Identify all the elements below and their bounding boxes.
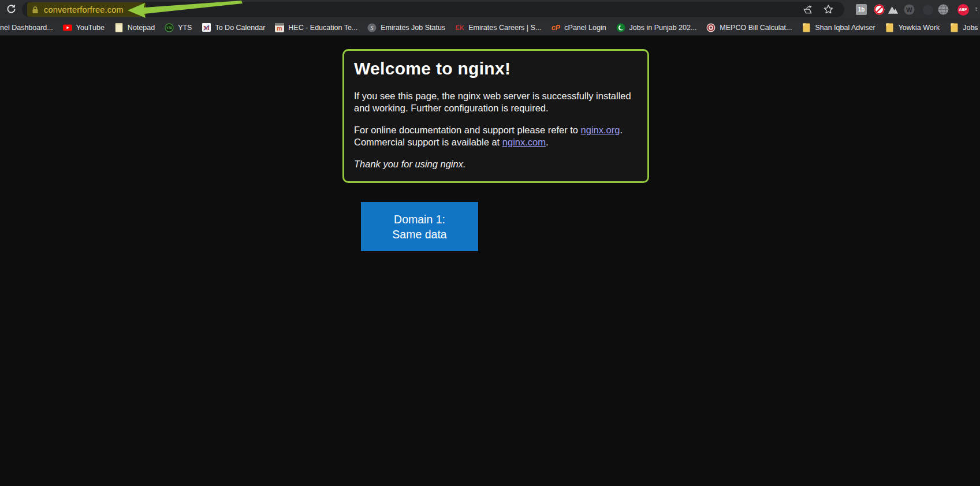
bookmark-label: HEC - Education Te... <box>288 24 357 32</box>
docs-text-2: Commercial support is available at <box>354 137 502 147</box>
bookmark-item-jobs-in-punjab[interactable]: Jobs in Punjab 202... <box>616 23 697 32</box>
svg-text:YTS: YTS <box>166 26 173 29</box>
bookmark-item-hec[interactable]: m HEC - Education Te... <box>275 23 357 32</box>
bookmark-item-youtube[interactable]: YouTube <box>63 23 105 32</box>
bookmark-item-yts[interactable]: YTS YTS <box>165 23 192 32</box>
todo-calendar-icon: M <box>202 23 211 32</box>
yts-icon: YTS <box>165 23 174 32</box>
bookmarks-overflow-chevron[interactable]: » <box>972 24 977 32</box>
bookmark-label: Emirates Careers | S... <box>468 24 541 32</box>
extension-1b-icon[interactable]: 1b <box>855 3 867 16</box>
nginx-org-link[interactable]: nginx.org <box>581 125 620 135</box>
docs-dot-1: . <box>620 125 623 135</box>
bookmark-star-icon[interactable] <box>822 3 834 15</box>
yellow-folder-icon <box>802 23 811 32</box>
browser-toolbar: converterforfree.com 1b <box>0 0 980 19</box>
bookmark-item-todo-calendar[interactable]: M To Do Calendar <box>202 23 265 32</box>
browser-window: converterforfree.com 1b <box>0 0 980 486</box>
bookmark-label: Yowkia Work <box>899 24 940 32</box>
bookmark-label: Shan Iqbal Adviser <box>815 24 875 32</box>
intro-paragraph: If you see this page, the nginx web serv… <box>354 90 638 114</box>
lock-icon[interactable] <box>31 6 39 14</box>
bookmark-label: To Do Calendar <box>215 24 265 32</box>
mepco-icon <box>706 23 716 32</box>
bookmark-label: Emirates Job Status <box>381 24 445 32</box>
bookmark-item-shan-iqbal-adviser[interactable]: Shan Iqbal Adviser <box>802 23 875 32</box>
bookmarks-bar: nel Dashboard... YouTube Notepad <box>0 19 980 35</box>
extension-1b-label: 1b <box>856 4 867 15</box>
domain-box-line2: Same data <box>392 227 446 242</box>
notepad-icon <box>114 23 124 32</box>
bookmark-label: Notepad <box>128 24 155 32</box>
reload-button[interactable] <box>3 2 18 17</box>
ek-icon: EK <box>455 23 464 32</box>
bookmark-item-emirates-job-status[interactable]: S Emirates Job Status <box>367 23 445 32</box>
docs-paragraph: For online documentation and support ple… <box>354 124 638 148</box>
cpanel-icon: cP <box>551 23 560 32</box>
wordpress-extension-icon[interactable]: W <box>903 3 915 16</box>
content-blocker-icon[interactable] <box>873 3 885 16</box>
page-content: Welcome to nginx! If you see this page, … <box>0 35 980 486</box>
youtube-icon <box>63 23 72 32</box>
adblock-plus-icon[interactable]: ABP <box>957 3 969 16</box>
yellow-folder-icon <box>949 23 959 32</box>
bookmark-label: YTS <box>178 24 192 32</box>
dim-extension-icon[interactable] <box>922 3 934 16</box>
bookmark-item-emirates-careers[interactable]: EK Emirates Careers | S... <box>455 23 541 32</box>
thanks-paragraph: Thank you for using nginx. <box>354 158 638 170</box>
yellow-folder-icon <box>885 23 895 32</box>
globe-swoosh-icon: S <box>367 23 377 32</box>
nginx-welcome-panel: Welcome to nginx! If you see this page, … <box>342 49 649 183</box>
bookmark-label: Jobs Status <box>963 24 980 32</box>
bookmark-item-panel-dashboard[interactable]: nel Dashboard... <box>0 24 53 32</box>
bookmark-label: Jobs in Punjab 202... <box>629 24 697 32</box>
share-icon[interactable] <box>802 3 813 15</box>
bookmark-item-notepad[interactable]: Notepad <box>114 23 155 32</box>
reload-icon <box>6 3 17 16</box>
svg-text:S: S <box>371 24 374 31</box>
bookmark-label: cPanel Login <box>564 24 606 32</box>
svg-text:W: W <box>906 6 912 13</box>
globe-extension-icon[interactable] <box>937 3 949 16</box>
address-bar[interactable]: converterforfree.com <box>22 2 844 17</box>
hec-icon: m <box>275 23 284 32</box>
bookmark-item-mepco[interactable]: MEPCO Bill Calculat... <box>706 23 792 32</box>
docs-dot-2: . <box>546 137 549 147</box>
url-selection-highlight: converterforfree.com <box>27 2 146 17</box>
bookmark-item-yowkia-work[interactable]: Yowkia Work <box>885 23 940 32</box>
bookmark-label: YouTube <box>76 24 105 32</box>
domain-info-box: Domain 1: Same data <box>361 202 478 251</box>
svg-text:m: m <box>277 25 282 32</box>
bookmark-label: MEPCO Bill Calculat... <box>720 24 792 32</box>
pakistan-flag-icon <box>616 23 625 32</box>
clipped-edge-icon[interactable] <box>975 3 980 16</box>
mountain-extension-icon[interactable] <box>887 3 899 16</box>
url-text[interactable]: converterforfree.com <box>44 5 124 14</box>
bookmark-label: nel Dashboard... <box>0 24 53 32</box>
nginx-com-link[interactable]: nginx.com <box>502 137 546 147</box>
docs-text-1: For online documentation and support ple… <box>354 125 581 135</box>
domain-box-line1: Domain 1: <box>394 212 445 227</box>
bookmark-item-cpanel-login[interactable]: cP cPanel Login <box>551 23 606 32</box>
abp-label: ABP <box>957 4 969 16</box>
page-title: Welcome to nginx! <box>354 59 638 78</box>
